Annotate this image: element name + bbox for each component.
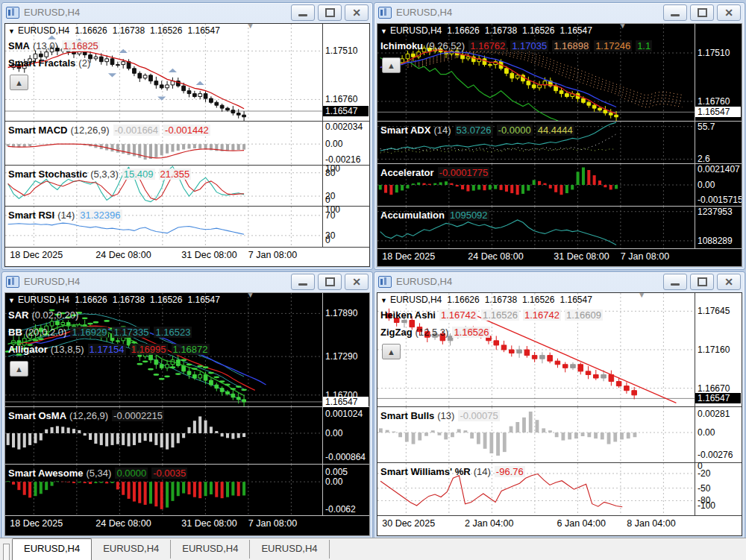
indicator-params: (14): [474, 466, 491, 477]
minimize-button[interactable]: [291, 4, 315, 21]
symbol-dropdown-icon[interactable]: ▼: [8, 28, 15, 35]
indicator-panel[interactable]: Accelerator-0.00017750.00214070.00-0.001…: [377, 164, 742, 207]
indicator-panel[interactable]: Smart ADX(14)53.0726-0.000044.444455.72.…: [377, 122, 742, 164]
time-axis-label: 18 Dec 2025: [10, 518, 63, 529]
indicator-label: SAR(0.02,0.20): [8, 309, 78, 321]
indicator-value: 31.32396: [78, 210, 122, 221]
time-axis[interactable]: 18 Dec 202524 Dec 08:0031 Dec 08:007 Jan…: [377, 249, 742, 264]
window-titlebar[interactable]: EURUSD,H4✕: [374, 272, 745, 291]
indicator-params: (12,5,3): [416, 327, 449, 338]
main-chart-panel[interactable]: ▼EURUSD,H41.166261.167381.165261.16547SM…: [5, 24, 369, 122]
restore-button[interactable]: [318, 274, 342, 290]
indicator-params: (2): [78, 57, 90, 69]
price-axis: 10070300: [322, 207, 369, 247]
axis-label: -20: [698, 468, 710, 479]
window-titlebar[interactable]: EURUSD,H4✕: [2, 3, 372, 22]
close-button[interactable]: ✕: [717, 4, 741, 21]
axis-label: 1237953: [698, 207, 733, 217]
axis-label: -0.00276: [698, 450, 733, 460]
arrow-tool-button[interactable]: ▲: [382, 344, 401, 359]
time-axis-label: 7 Jan 08:00: [248, 518, 297, 529]
time-axis[interactable]: 18 Dec 202524 Dec 08:0031 Dec 08:007 Jan…: [5, 248, 369, 262]
indicator-panel[interactable]: Smart OsMA(12,26,9)-0.00022150.0010240.0…: [5, 407, 369, 465]
time-axis-label: 2 Jan 04:00: [465, 518, 513, 529]
restore-button[interactable]: [690, 4, 714, 21]
time-axis[interactable]: 18 Dec 202524 Dec 08:0031 Dec 08:007 Jan…: [5, 516, 369, 531]
indicator-label: Accumulation1095092: [380, 210, 489, 221]
axis-label: 0.00: [698, 427, 715, 438]
chart-area: ▼EURUSD,H41.166261.167381.165261.16547SM…: [4, 23, 370, 267]
chart-tab-2[interactable]: EURUSD,H4: [92, 540, 171, 559]
minimize-button[interactable]: [663, 274, 687, 290]
restore-icon: [698, 8, 707, 17]
axis-label: -100: [698, 500, 715, 511]
axis-label: -0.0062: [325, 504, 356, 515]
time-axis-label: 31 Dec 08:00: [554, 251, 609, 262]
axis-label: 2.6: [698, 154, 710, 164]
indicator-panel[interactable]: Smart Awesome(5,34)0.0000-0.00350.0050.0…: [5, 465, 369, 516]
window-titlebar[interactable]: EURUSD,H4✕: [374, 3, 745, 22]
time-axis[interactable]: 30 Dec 20252 Jan 04:006 Jan 04:008 Jan 0…: [377, 516, 742, 531]
indicator-name: Smart RSI: [8, 210, 54, 221]
arrow-tool-button[interactable]: ▲: [382, 57, 401, 73]
restore-button[interactable]: [690, 274, 714, 290]
close-button[interactable]: ✕: [717, 274, 741, 290]
axis-label: 0.0021407: [698, 164, 740, 174]
main-chart-panel[interactable]: ▼EURUSD,H41.166261.167381.165261.16547He…: [377, 293, 742, 407]
axis-label: 55.7: [698, 122, 715, 132]
indicator-panel[interactable]: Smart Williams' %R(14)-96.760-20-50-80-1…: [377, 463, 742, 516]
ohlc-header: ▼EURUSD,H41.166261.167381.165261.16547: [380, 295, 592, 305]
chart-window-1: EURUSD,H4✕▼EURUSD,H41.166261.167381.1652…: [1, 2, 373, 270]
symbol-dropdown-icon[interactable]: ▼: [8, 297, 15, 304]
close-button[interactable]: ✕: [345, 4, 369, 21]
minimize-button[interactable]: [291, 274, 315, 290]
arrow-tool-button[interactable]: ▲: [10, 361, 28, 377]
indicator-name: Smart Williams' %R: [380, 466, 471, 477]
ohlc-header: ▼EURUSD,H41.166261.167381.165261.16547: [380, 25, 592, 36]
indicator-value: -0.00075: [458, 410, 499, 421]
minimize-button[interactable]: [663, 4, 687, 21]
ohlc-header: ▼EURUSD,H41.166261.167381.165261.16547: [8, 295, 220, 305]
price-axis: 0.0020340.00-0.00216: [322, 122, 369, 165]
indicator-name: Ichimoku: [380, 40, 423, 51]
indicator-label: Heiken Ashi1.167421.165261.167421.16609: [380, 309, 603, 321]
axis-label: 0: [325, 235, 330, 245]
window-titlebar[interactable]: EURUSD,H4✕: [2, 272, 372, 291]
ohlc-low: 1.16526: [150, 25, 182, 36]
symbol-dropdown-icon[interactable]: ▼: [380, 297, 387, 304]
ohlc-high: 1.16738: [113, 295, 145, 305]
time-axis-label: 6 Jan 04:00: [557, 518, 606, 529]
indicator-value: 1.16995: [130, 344, 168, 355]
ohlc-close: 1.16547: [187, 295, 219, 305]
axis-label: -0.0015715: [698, 195, 742, 205]
indicator-value: 1.17246: [594, 40, 632, 51]
indicator-name: Smart MACD: [8, 125, 67, 136]
indicator-name: ZigZag: [380, 327, 413, 338]
time-axis-label: 24 Dec 08:00: [468, 251, 523, 262]
indicator-label: Alligator(13,8,5)1.171541.169951.16872: [8, 344, 210, 355]
axis-label: 0.00: [325, 139, 342, 149]
main-chart-panel[interactable]: ▼EURUSD,H41.166261.167381.165261.16547SA…: [5, 293, 369, 407]
indicator-params: (5,34): [86, 468, 111, 479]
restore-button[interactable]: [318, 4, 342, 21]
indicator-params: (13): [437, 410, 454, 421]
indicator-panel[interactable]: Accumulation109509212379531088289: [377, 207, 742, 249]
close-button[interactable]: ✕: [345, 274, 369, 290]
symbol-dropdown-icon[interactable]: ▼: [380, 28, 387, 35]
arrow-tool-button[interactable]: ▲: [10, 75, 28, 90]
chart-tab-3[interactable]: EURUSD,H4: [171, 540, 250, 559]
indicator-panel[interactable]: Smart RSI(14)31.3239610070300: [5, 207, 369, 248]
price-axis: 0.0010240.00-0.000864: [322, 407, 369, 464]
chart-window-2: EURUSD,H4✕▼EURUSD,H41.166261.167381.1652…: [374, 2, 745, 270]
indicator-panel[interactable]: Smart MACD(12,26,9)-0.001664-0.0014420.0…: [5, 122, 369, 166]
indicator-name: Smart Fractals: [8, 57, 75, 69]
indicator-panel[interactable]: Smart Bulls(13)-0.000750.002810.00-0.002…: [377, 407, 742, 463]
time-axis-label: 7 Jan 08:00: [621, 251, 669, 262]
indicator-value: -96.76: [495, 466, 525, 477]
indicator-panel[interactable]: Smart Stochastic(5,3,3)15.40921.35510080…: [5, 166, 369, 207]
chart-tab-4[interactable]: EURUSD,H4: [250, 540, 329, 559]
indicator-value: 0.0000: [115, 468, 148, 479]
chart-tab-1[interactable]: EURUSD,H4: [12, 538, 92, 560]
indicator-label: Smart RSI(14)31.32396: [8, 210, 122, 221]
main-chart-panel[interactable]: ▼EURUSD,H41.166261.167381.165261.16547Ic…: [377, 24, 742, 122]
